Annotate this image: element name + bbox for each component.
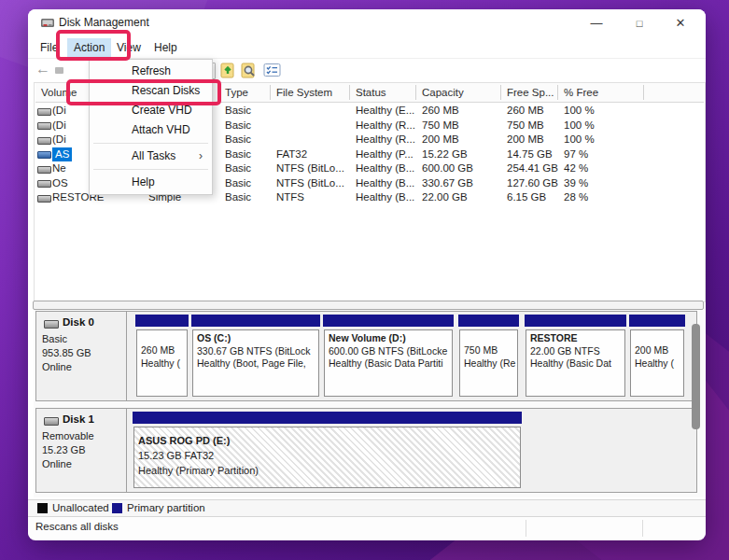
cell-free: 127.60 GB: [507, 176, 558, 191]
partition-size: 15.23 GB FAT32: [138, 448, 520, 463]
menu-item-refresh[interactable]: Refresh: [90, 62, 212, 81]
horizontal-scrollbar[interactable]: [33, 301, 704, 310]
volume-disk-icon: [37, 166, 51, 174]
partition[interactable]: RESTORE 22.00 GB NTFS Healthy (Basic Dat: [525, 315, 626, 398]
menu-item-rescan-disks[interactable]: Rescan Disks: [90, 81, 212, 101]
col-type[interactable]: Type: [225, 85, 248, 101]
properties-icon[interactable]: [263, 63, 281, 81]
disk-status: Online: [42, 361, 72, 372]
cell-free: 254.41 GB: [507, 161, 558, 176]
menu-item-create-vhd[interactable]: Create VHD: [90, 101, 212, 120]
partition-size: 600.00 GB NTFS (BitLocke: [329, 345, 452, 358]
minimize-button[interactable]: —: [576, 9, 617, 37]
disk-1-label[interactable]: Disk 1 Removable 15.23 GB Online: [36, 409, 127, 492]
col-status[interactable]: Status: [356, 85, 386, 101]
partition-selected[interactable]: ASUS ROG PD (E:) 15.23 GB FAT32 Healthy …: [133, 412, 522, 489]
volume-disk-icon: [37, 108, 51, 116]
legend-bar: Unallocated Primary partition: [28, 499, 706, 517]
disk-icon: [44, 320, 59, 329]
vertical-scrollbar[interactable]: [692, 324, 700, 429]
partition[interactable]: OS (C:) 330.67 GB NTFS (BitLock Healthy …: [191, 315, 320, 398]
column-divider[interactable]: [218, 85, 219, 100]
menu-help[interactable]: Help: [147, 38, 184, 57]
cell-volume: (Di: [52, 133, 66, 147]
column-divider[interactable]: [500, 85, 501, 100]
partition-name: OS (C:): [197, 332, 318, 345]
menu-action[interactable]: Action: [67, 38, 111, 57]
disk-0-row: Disk 0 Basic 953.85 GB Online 260 MB Hea…: [35, 311, 697, 401]
partition[interactable]: 200 MB Healthy (: [629, 315, 685, 398]
menu-item-attach-vhd[interactable]: Attach VHD: [90, 120, 212, 140]
menu-item-all-tasks[interactable]: All Tasks ›: [90, 147, 212, 166]
partition[interactable]: 750 MB Healthy (Re: [458, 315, 519, 398]
cell-type: Basic: [225, 190, 251, 205]
cell-capacity: 260 MB: [422, 104, 459, 119]
partition-color-bar: [629, 315, 685, 327]
col-file-system[interactable]: File System: [276, 85, 332, 101]
back-icon[interactable]: ←: [35, 61, 50, 77]
partition-status: Healthy (Boot, Page File,: [197, 357, 318, 371]
disk-graph-pane: Disk 0 Basic 953.85 GB Online 260 MB Hea…: [34, 310, 704, 497]
partition[interactable]: New Volume (D:) 600.00 GB NTFS (BitLocke…: [323, 315, 454, 398]
cell-pct-free: 42 %: [564, 161, 588, 176]
export-list-icon[interactable]: [220, 63, 236, 82]
titlebar[interactable]: Disk Management — □ ✕: [28, 9, 706, 37]
close-button[interactable]: ✕: [660, 9, 701, 37]
menu-item-help[interactable]: Help: [90, 173, 212, 192]
all-tasks-label: All Tasks: [132, 149, 175, 162]
partition-name: New Volume (D:): [329, 332, 452, 345]
cell-status: Healthy (B...: [356, 176, 414, 191]
disk-type: Basic: [42, 333, 67, 344]
disk-icon: [44, 417, 59, 426]
cell-capacity: 22.00 GB: [422, 190, 468, 205]
forward-icon[interactable]: [55, 67, 63, 74]
cell-capacity: 600.00 GB: [422, 161, 473, 176]
disk-0-label[interactable]: Disk 0 Basic 953.85 GB Online: [36, 312, 127, 400]
cell-free: 260 MB: [507, 104, 544, 119]
window-title: Disk Management: [59, 16, 149, 29]
col-volume[interactable]: Volume: [41, 85, 77, 101]
cell-volume: AS: [52, 147, 72, 162]
disk-name: Disk 0: [63, 316, 94, 328]
partition[interactable]: 260 MB Healthy (: [135, 315, 189, 398]
column-divider[interactable]: [270, 85, 271, 100]
col-pct-free[interactable]: % Free: [564, 85, 598, 101]
primary-partition-swatch: [112, 503, 122, 513]
partition-status: Healthy (: [635, 357, 683, 371]
partition-color-bar: [458, 315, 519, 327]
partition-size: 750 MB: [464, 344, 517, 357]
legend-unallocated-label: Unallocated: [52, 502, 109, 513]
col-free-space[interactable]: Free Sp...: [507, 85, 554, 101]
partition-size: 22.00 GB NTFS: [530, 345, 624, 358]
cell-status: Healthy (B...: [356, 161, 414, 176]
menu-file[interactable]: File: [34, 38, 64, 57]
volume-disk-icon: [37, 180, 51, 188]
volume-disk-icon: [37, 122, 51, 130]
col-capacity[interactable]: Capacity: [422, 85, 464, 101]
column-divider[interactable]: [415, 85, 416, 100]
action-dropdown-menu: Refresh Rescan Disks Create VHD Attach V…: [89, 59, 213, 195]
menu-view[interactable]: View: [110, 38, 147, 57]
disk-name: Disk 1: [63, 413, 94, 425]
cell-pct-free: 28 %: [564, 190, 588, 205]
partition-status: Healthy (: [141, 357, 187, 371]
column-divider[interactable]: [349, 85, 350, 100]
cell-type: Basic: [225, 161, 251, 176]
maximize-button[interactable]: □: [619, 9, 660, 37]
cell-file-system: NTFS (BitLo...: [276, 176, 344, 191]
partition-size: 260 MB: [141, 344, 187, 357]
disk-type: Removable: [42, 430, 94, 441]
search-icon[interactable]: [241, 63, 258, 82]
cell-volume: OS: [52, 176, 68, 191]
cell-status: Healthy (R...: [356, 119, 415, 133]
volume-disk-icon: [37, 151, 51, 159]
cell-file-system: NTFS (BitLo...: [276, 161, 344, 176]
cell-volume: Ne: [52, 161, 66, 176]
disk-1-row: Disk 1 Removable 15.23 GB Online ASUS RO…: [35, 408, 697, 493]
cell-free: 14.75 GB: [507, 147, 553, 162]
column-divider[interactable]: [557, 85, 558, 100]
cell-type: Basic: [225, 119, 251, 133]
partition-name: RESTORE: [530, 332, 624, 345]
cell-file-system: FAT32: [276, 147, 307, 162]
column-divider[interactable]: [643, 85, 644, 100]
